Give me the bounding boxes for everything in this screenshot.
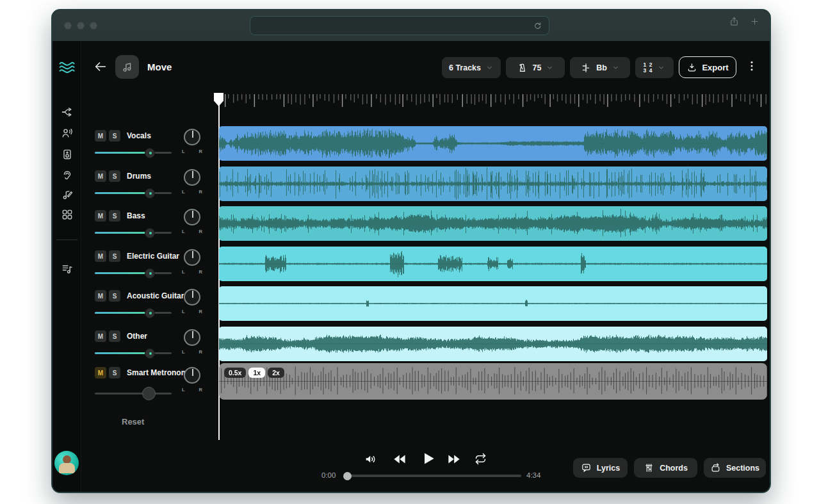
progress-knob[interactable]: [343, 472, 352, 480]
song-thumbnail-icon: [115, 55, 139, 79]
volume-slider[interactable]: [95, 272, 172, 274]
tracks-dropdown[interactable]: 6 Tracks: [442, 57, 501, 78]
pan-dial: [184, 129, 200, 145]
waveform-lane-drums[interactable]: [219, 167, 767, 201]
zoom-window-button[interactable]: [90, 22, 97, 29]
track-controls: M S Bass L R: [95, 206, 204, 241]
waveform-lane-acoustic-guitar[interactable]: [219, 286, 767, 321]
play-button[interactable]: [420, 450, 437, 467]
track-controls: M S Vocals L R: [95, 126, 204, 161]
browser-window: Move 6 Tracks 75 Bb 1 2 3 4 Export: [51, 9, 771, 493]
playhead-marker[interactable]: [214, 93, 223, 106]
chords-button[interactable]: Chords: [634, 458, 697, 478]
chevron-down-icon: [612, 63, 620, 72]
traffic-lights: [64, 22, 97, 29]
pan-dial: [184, 249, 200, 266]
bpm-dropdown[interactable]: 75: [506, 57, 565, 78]
volume-slider[interactable]: [95, 232, 172, 234]
solo-button[interactable]: S: [109, 250, 120, 262]
solo-button[interactable]: S: [109, 130, 120, 142]
sidebar-item-apps[interactable]: [61, 208, 74, 221]
pan-right-label: R: [199, 229, 202, 234]
sidebar-item-ear[interactable]: [61, 169, 74, 182]
mute-button[interactable]: M: [95, 210, 106, 222]
pan-left-label: L: [182, 309, 185, 314]
download-icon: [686, 62, 697, 73]
waveform-lane-electric-guitar[interactable]: [219, 247, 767, 281]
loop-button[interactable]: [474, 452, 488, 466]
waveform-lane-bass[interactable]: [219, 206, 767, 241]
sections-button[interactable]: Sections: [704, 458, 766, 478]
metronome-speed-0.5x[interactable]: 0.5x: [224, 368, 246, 378]
pan-right-label: R: [199, 189, 202, 195]
metronome-mute-button[interactable]: M: [95, 367, 106, 378]
metronome-icon: [517, 62, 528, 74]
chords-button-label: Chords: [660, 464, 688, 473]
pan-left-label: L: [182, 387, 185, 393]
metronome-speed-1x[interactable]: 1x: [248, 368, 265, 378]
metronome-track-controls: M S Smart Metronome L R: [95, 363, 204, 398]
sidebar-item-setlist[interactable]: [61, 263, 74, 275]
pan-right-label: R: [199, 349, 202, 355]
volume-fill: [95, 312, 150, 314]
metronome-solo-button[interactable]: S: [109, 367, 120, 378]
solo-button[interactable]: S: [109, 170, 120, 182]
more-options-button[interactable]: [745, 60, 758, 75]
sidebar-item-voice[interactable]: [61, 127, 74, 140]
mute-button[interactable]: M: [95, 130, 106, 142]
sidebar-item-songwriting[interactable]: [61, 188, 74, 201]
address-bar[interactable]: [250, 16, 549, 35]
reset-button[interactable]: Reset: [122, 417, 144, 427]
waveform-lane-vocals[interactable]: [219, 126, 767, 161]
pan-knob[interactable]: L R: [179, 168, 205, 196]
mute-button[interactable]: M: [95, 250, 106, 262]
key-dropdown[interactable]: Bb: [570, 57, 630, 78]
metronome-volume-slider[interactable]: [95, 393, 172, 394]
volume-icon[interactable]: [364, 452, 378, 466]
timeline-ruler[interactable]: [224, 93, 767, 109]
track-controls: M S Drums L R: [95, 167, 204, 201]
sidebar-divider: [56, 240, 77, 240]
waveform-lane-other[interactable]: [219, 327, 767, 361]
volume-slider[interactable]: [95, 152, 172, 154]
lyrics-button-label: Lyrics: [597, 464, 620, 473]
solo-button[interactable]: S: [109, 210, 120, 222]
pan-knob[interactable]: L R: [179, 248, 205, 276]
fast-forward-button[interactable]: [447, 452, 461, 466]
solo-button[interactable]: S: [109, 330, 120, 342]
user-avatar[interactable]: [54, 451, 79, 475]
metronome-pan-knob[interactable]: L R: [179, 366, 205, 394]
new-tab-icon[interactable]: [750, 17, 759, 26]
metronome-lane[interactable]: 0.5x 1x 2x: [219, 363, 767, 400]
reload-icon[interactable]: [533, 21, 542, 31]
volume-knob: [145, 348, 155, 359]
mute-button[interactable]: M: [95, 170, 106, 182]
progress-slider[interactable]: [344, 475, 521, 477]
volume-slider[interactable]: [95, 352, 172, 354]
waveform-canvas: [219, 206, 767, 241]
minimize-window-button[interactable]: [77, 22, 85, 29]
pan-left-label: L: [182, 229, 185, 234]
avatar-graphic-body: [59, 463, 75, 473]
pan-knob[interactable]: L R: [179, 288, 205, 316]
sidebar-item-amp[interactable]: [61, 148, 74, 161]
lyrics-button[interactable]: Lyrics: [573, 458, 628, 478]
metronome-speed-2x[interactable]: 2x: [268, 368, 284, 378]
pan-knob[interactable]: L R: [179, 127, 205, 156]
export-button[interactable]: Export: [679, 56, 736, 78]
pan-knob[interactable]: L R: [179, 207, 205, 236]
volume-fill: [95, 352, 150, 354]
mute-button[interactable]: M: [95, 330, 106, 342]
sidebar-item-separate[interactable]: [61, 106, 74, 118]
moises-logo[interactable]: [59, 59, 76, 76]
volume-slider[interactable]: [95, 192, 172, 194]
solo-button[interactable]: S: [109, 290, 120, 302]
pan-knob[interactable]: L R: [179, 328, 205, 356]
mute-button[interactable]: M: [95, 290, 106, 302]
time-signature-dropdown[interactable]: 1 2 3 4: [635, 57, 674, 78]
volume-slider[interactable]: [95, 312, 172, 314]
rewind-button[interactable]: [393, 452, 407, 466]
share-icon[interactable]: [729, 16, 740, 27]
close-window-button[interactable]: [64, 22, 72, 29]
back-button[interactable]: [93, 60, 109, 75]
